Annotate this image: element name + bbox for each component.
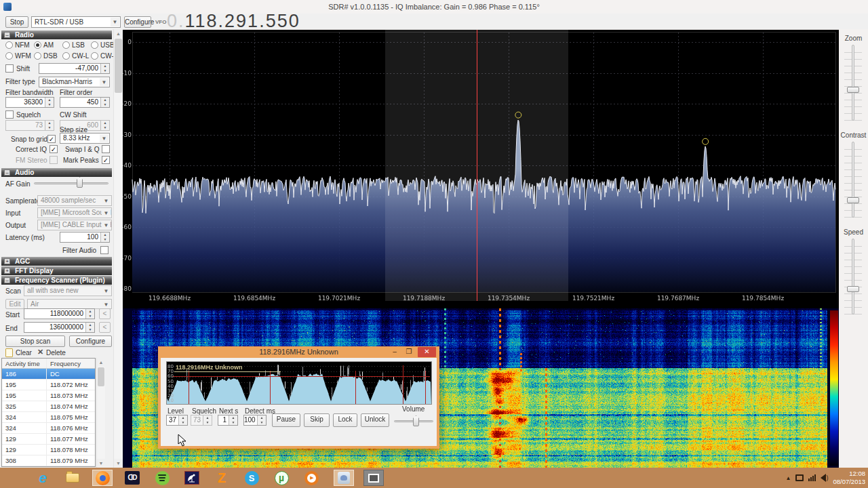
filter-audio-checkbox[interactable] [100, 246, 108, 254]
radio-button-icon[interactable] [5, 52, 13, 60]
correct-iq-checkbox[interactable] [50, 145, 58, 153]
speed-slider-thumb[interactable] [847, 286, 859, 292]
rf-spectrum-display[interactable] [123, 30, 839, 308]
popup-spectrum-display[interactable] [166, 361, 432, 405]
table-row[interactable]: 325118.074 MHz [2, 401, 95, 412]
table-row[interactable]: 308118.079 MHz [2, 455, 95, 466]
mode-option-am[interactable]: AM [34, 41, 54, 49]
table-row[interactable]: 324118.075 MHz [2, 412, 95, 423]
pause-button[interactable]: Pause [272, 413, 300, 427]
radio-button-icon[interactable] [91, 41, 98, 49]
table-row[interactable]: 195118.073 MHz [2, 390, 95, 401]
mode-option-usb[interactable]: USB [91, 41, 115, 49]
configure-button[interactable]: Configure [124, 16, 151, 28]
utorrent-icon[interactable]: µ [271, 470, 292, 486]
radio-button-icon[interactable] [5, 41, 13, 49]
table-scrollbar-thumb[interactable] [98, 367, 104, 386]
maximize-icon[interactable]: ❐ [402, 347, 416, 357]
column-header-frequency[interactable]: Frequency [47, 359, 92, 368]
audio-group-header[interactable]: –Audio [1, 168, 112, 177]
volume-tray-icon[interactable]: ) [821, 474, 828, 482]
stop-scan-button[interactable]: Stop scan [5, 336, 65, 347]
clear-button[interactable]: Clear [16, 349, 32, 357]
af-gain-slider-thumb[interactable] [77, 177, 83, 188]
mode-option-nfm[interactable]: NFM [5, 41, 30, 49]
zoiper-icon[interactable]: Z [212, 470, 232, 486]
lock-button[interactable]: Lock [333, 413, 357, 427]
step-size-select[interactable]: 8.33 kHz▼ [60, 133, 110, 144]
collapse-icon[interactable]: + [4, 268, 10, 274]
mark-peaks-checkbox[interactable] [102, 156, 110, 164]
table-row[interactable]: 129118.077 MHz [2, 434, 95, 445]
virtual-machine-icon[interactable] [363, 470, 384, 486]
next-spinner[interactable]: 1▲▼ [218, 415, 238, 426]
table-row[interactable]: 324118.076 MHz [2, 423, 95, 434]
snap-to-grid-checkbox[interactable] [47, 135, 56, 143]
contrast-slider[interactable] [852, 142, 854, 218]
minimize-icon[interactable]: – [388, 347, 401, 357]
end-frequency-spinner[interactable]: 136000000▲▼ [24, 322, 95, 333]
sdrsharp-taskbar-icon[interactable] [182, 470, 202, 486]
table-row[interactable]: 186DC [2, 369, 95, 380]
scan-results-table[interactable]: Activity time Frequency 186DC195118.072 … [1, 358, 96, 467]
scanner-popup-window[interactable]: 118.2916MHz Unknown – ❐ ✕ Level 37▲▼ Squ… [158, 358, 439, 449]
collapse-icon[interactable]: + [4, 258, 10, 264]
frequency-display[interactable]: 0.118.291.550 [167, 11, 300, 32]
radio-button-icon[interactable] [91, 52, 98, 60]
spinner-arrows-icon[interactable]: ▲▼ [100, 64, 109, 73]
skip-button[interactable]: Skip [304, 413, 330, 427]
table-header[interactable]: Activity time Frequency [2, 359, 95, 369]
action-center-icon[interactable] [795, 474, 804, 481]
unlock-button[interactable]: Unlock [361, 413, 389, 427]
collapse-icon[interactable]: – [4, 277, 10, 283]
panel-scrollbar[interactable]: ▲ ▼ [113, 29, 123, 468]
scroll-down-icon[interactable]: ▼ [97, 459, 105, 468]
collapse-icon[interactable]: – [4, 32, 10, 38]
mode-option-lsb[interactable]: LSB [62, 41, 85, 49]
radio-button-icon[interactable] [62, 52, 70, 60]
detect-spinner[interactable]: 100▲▼ [243, 415, 267, 426]
shift-checkbox[interactable] [5, 64, 14, 73]
internet-explorer-icon[interactable]: e [33, 470, 53, 486]
radio-button-icon[interactable] [34, 52, 41, 60]
mode-option-cw-l[interactable]: CW-L [62, 52, 89, 60]
mode-option-dsb[interactable]: DSB [34, 52, 58, 60]
modeling-app-icon[interactable] [334, 470, 354, 486]
mode-option-wfm[interactable]: WFM [5, 52, 31, 60]
frequency-scanner-group-header[interactable]: –Frequency Scanner (Plugin) [1, 276, 112, 285]
table-row[interactable]: 195118.072 MHz [2, 380, 95, 390]
tray-clock[interactable]: 12:0808/07/2013 [833, 470, 865, 486]
table-scrollbar[interactable]: ▲ ▼ [96, 358, 105, 468]
table-row[interactable]: 129118.078 MHz [2, 445, 95, 455]
latency-spinner[interactable]: 100▲▼ [60, 232, 110, 243]
agc-group-header[interactable]: +AGC [1, 257, 112, 266]
radio-button-icon[interactable] [34, 41, 41, 49]
contrast-slider-thumb[interactable] [847, 197, 859, 203]
collapse-icon[interactable]: – [4, 169, 10, 176]
scroll-up-icon[interactable]: ▲ [114, 29, 123, 38]
shift-value-spinner[interactable]: -47,000▲▼ [39, 63, 110, 74]
scroll-down-icon[interactable]: ▼ [114, 459, 123, 468]
file-explorer-icon[interactable] [62, 470, 83, 486]
filter-bandwidth-spinner[interactable]: 36300▲▼ [5, 97, 54, 108]
media-player-icon[interactable]: ▶ [301, 470, 321, 486]
volume-slider-thumb[interactable] [413, 415, 419, 426]
filter-order-spinner[interactable]: 450▲▼ [60, 97, 110, 108]
af-gain-slider[interactable] [34, 182, 108, 184]
scanner-configure-button[interactable]: Configure [69, 336, 112, 347]
tray-expand-icon[interactable]: ▲ [786, 475, 791, 481]
network-signal-icon[interactable] [808, 474, 816, 481]
level-spinner[interactable]: 37▲▼ [166, 415, 188, 426]
close-icon[interactable]: ✕ [418, 347, 436, 357]
skype-icon[interactable]: S [241, 470, 262, 486]
dolby-icon[interactable]: ᗡD [122, 470, 142, 486]
stop-button[interactable]: Stop [5, 16, 28, 28]
start-frequency-spinner[interactable]: 118000000▲▼ [24, 308, 95, 319]
panel-scrollbar-thumb[interactable] [115, 39, 122, 93]
swap-iq-checkbox[interactable] [102, 145, 110, 153]
filter-type-select[interactable]: Blackman-Harris▼ [39, 77, 110, 87]
radio-button-icon[interactable] [62, 41, 70, 49]
zoom-slider-thumb[interactable] [847, 87, 859, 93]
scroll-up-icon[interactable]: ▲ [97, 358, 105, 367]
firefox-icon[interactable] [92, 470, 113, 486]
